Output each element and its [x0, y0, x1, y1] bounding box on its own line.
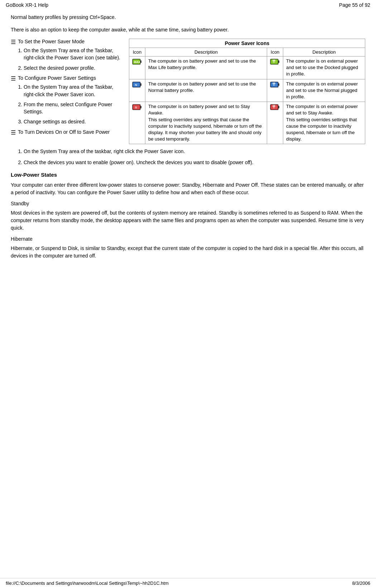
footer-path: file://C:\Documents and Settings\harwood… [6, 580, 169, 586]
desc-plug-normal: The computer is on external power and se… [283, 79, 365, 102]
low-power-heading: Low-Power States [11, 172, 365, 178]
footer-date: 8/3/2006 [352, 580, 370, 586]
set-power-saver-section: ☰ To Set the Power Saver Mode [11, 39, 125, 45]
configure-step-2: From the menu, select Configure Power Se… [24, 101, 125, 116]
footer: file://C:\Documents and Settings\harwood… [0, 578, 376, 588]
table-row-1: MAX The computer is on battery power and… [129, 57, 365, 79]
configure-power-saver-steps: On the System Tray area of the Taskbar, … [24, 83, 125, 125]
col-icon2-header: Icon [267, 48, 283, 57]
low-power-intro: Your computer can enter three different … [11, 181, 365, 196]
icon-plug-docked [267, 57, 283, 79]
page-number: Page 55 of 92 [339, 2, 370, 8]
list-icon-set: ☰ [11, 39, 16, 45]
table-title-normal: Icons [255, 40, 269, 46]
icon-battery-stayawake: S [129, 102, 145, 144]
col-desc2-header: Description [283, 48, 365, 57]
list-icon-configure: ☰ [11, 75, 16, 82]
desc-battery-stayawake: The computer is on battery power and set… [145, 102, 267, 144]
desc-battery-maxlife: The computer is on battery power and set… [145, 57, 267, 79]
svg-text:S: S [135, 106, 137, 109]
configure-power-saver-heading: To Configure Power Saver Settings [18, 75, 96, 81]
turn-devices-step-1: On the System Tray area of the taskbar, … [24, 148, 365, 155]
configure-step-1: On the System Tray area of the Taskbar, … [24, 83, 125, 98]
desc-plug-docked: The computer is on external power and se… [283, 57, 365, 79]
table-title: Power Saver Icons [129, 39, 365, 48]
configure-power-saver-section: ☰ To Configure Power Saver Settings [11, 75, 125, 82]
svg-text:MAX: MAX [134, 60, 140, 64]
configure-step-3: Change settings as desired. [24, 118, 125, 125]
svg-rect-27 [278, 106, 279, 108]
turn-devices-steps: On the System Tray area of the taskbar, … [24, 148, 365, 166]
icon-battery-normal: N [129, 79, 145, 102]
intro-line1: Normal battery profiles by pressing Ctrl… [11, 14, 365, 21]
set-step-1: On the System Tray area of the Taskbar, … [24, 47, 125, 62]
svg-rect-6 [271, 60, 278, 64]
table-row-2: N The computer is on battery power and s… [129, 79, 365, 102]
svg-rect-12 [140, 83, 141, 86]
desc-battery-normal: The computer is on battery power and set… [145, 79, 267, 102]
icon-plug-stayawake [267, 102, 283, 144]
icon-plug-normal [267, 79, 283, 102]
low-power-section: Low-Power States Your computer can enter… [11, 172, 365, 260]
intro-line2: There is also an option to keep the comp… [11, 26, 365, 34]
standby-text: Most devices in the system are powered o… [11, 209, 365, 232]
set-power-saver-steps: On the System Tray area of the Taskbar, … [24, 47, 125, 72]
app-title: GoBook XR-1 Help [6, 2, 48, 8]
svg-rect-5 [278, 60, 279, 63]
desc-plug-stayawake: The computer is on external power and se… [283, 102, 365, 144]
turn-devices-section: ☰ To Turn Devices On or Off to Save Powe… [11, 129, 125, 136]
hibernate-heading: Hibernate [11, 236, 365, 242]
set-power-saver-heading: To Set the Power Saver Mode [18, 39, 85, 44]
svg-rect-28 [271, 105, 278, 109]
svg-rect-17 [271, 83, 278, 87]
hibernate-text: Hibernate, or Suspend to Disk, is simila… [11, 245, 365, 260]
svg-rect-1 [140, 60, 141, 63]
table-row-3: S The computer is on battery power and s… [129, 102, 365, 144]
svg-rect-16 [278, 83, 279, 86]
list-icon-devices: ☰ [11, 129, 16, 136]
turn-devices-steps-section: On the System Tray area of the taskbar, … [11, 148, 365, 166]
col-icon1-header: Icon [129, 48, 145, 57]
turn-devices-heading: To Turn Devices On or Off to Save Power [18, 129, 110, 135]
col-desc1-header: Description [145, 48, 267, 57]
set-step-2: Select the desired power profile. [24, 64, 125, 72]
power-saver-table: Power Saver Icons Icon Description Icon … [129, 39, 365, 144]
svg-rect-23 [140, 106, 141, 108]
turn-devices-step-2: Check the devices you want to enable (po… [24, 159, 365, 166]
icon-battery-maxlife: MAX [129, 57, 145, 79]
svg-text:N: N [135, 83, 137, 87]
standby-heading: Standby [11, 201, 365, 206]
